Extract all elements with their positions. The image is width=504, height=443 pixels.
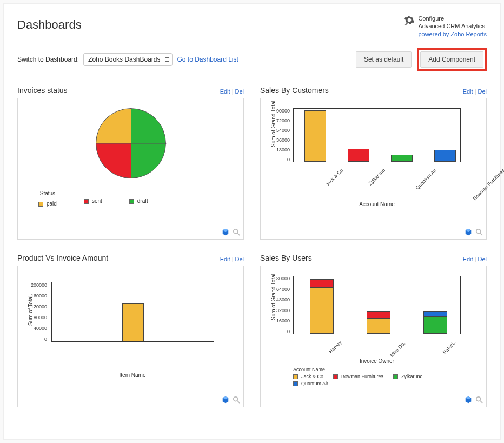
del-link[interactable]: Del [235,256,244,262]
zoom-icon[interactable] [233,396,240,404]
legend-item: Jack & Co [293,374,323,379]
x-cat: Mike Do.. [389,340,407,358]
cube-icon[interactable] [465,396,472,404]
x-cat: Jack & Co [324,168,344,187]
plot-area [293,108,461,162]
card-title: Product Vs Invoice Amount [17,254,108,262]
pie-chart [96,108,166,178]
x-cat: Patrici.. [442,340,457,355]
cube-icon[interactable] [222,228,229,236]
chart-invoices-status: Status paid sent draft [17,98,244,240]
zoom-icon[interactable] [475,396,483,404]
card-title: Sales By Users [260,254,312,262]
cube-icon[interactable] [465,228,472,236]
x-cat: Harvey [328,340,342,354]
card-product-invoice: Product Vs Invoice Amount Edit|Del Sum o… [17,254,244,407]
bar-2-seg2 [367,311,390,319]
bar-3-seg1 [423,316,447,334]
legend-title: Status [38,190,57,196]
y-ticks: 90000 72000 54000 36000 18000 0 [274,108,292,162]
legend: Account Name Jack & Co Bowman Furnitures… [293,367,472,386]
bar-1-seg2 [310,279,334,288]
chart-sales-customers: Sum of Grand Total 90000 72000 54000 360… [260,98,487,240]
zoom-icon[interactable] [233,228,240,236]
y-ticks: 80000 64000 48000 32000 16000 0 [274,276,292,334]
zoom-icon[interactable] [475,228,483,236]
configure-block[interactable]: Configure Advanced CRM Analytics powered… [404,15,487,38]
card-sales-customers: Sales By Customers Edit|Del Sum of Grand… [260,86,487,240]
bar-1-seg1 [310,288,334,334]
bar-3-seg2 [423,311,447,317]
x-cat: Quantum Air [415,168,437,190]
legend-item-paid: paid [38,201,57,207]
x-axis-label: Item Name [51,372,214,378]
add-component-highlight: Add Component [417,48,487,71]
bar-1 [122,303,144,341]
legend-item: Zylkar Inc [393,374,422,379]
configure-icon [404,15,415,25]
chart-sales-users: Sum of Grand Total 80000 64000 48000 320… [260,266,487,407]
edit-link[interactable]: Edit [463,256,473,262]
chart-product-invoice: Sum of Total 200000 160000 120000 80000 … [17,266,244,407]
x-cat: Bowman Furnitures [472,168,504,201]
legend-item: Quantum Air [293,381,328,386]
dashboard-select[interactable]: Zoho Books DashBoards [83,53,173,66]
page: Dashboards Configure Advanced CRM Analyt… [3,3,501,440]
card-title: Invoices status [17,86,68,95]
set-default-button[interactable]: Set as default [356,51,412,68]
edit-link[interactable]: Edit [220,256,230,262]
bar-2-seg1 [367,318,390,334]
svg-point-0 [234,229,238,234]
card-sales-users: Sales By Users Edit|Del Sum of Grand Tot… [260,254,487,407]
x-axis-label: Invoice Owner [293,358,461,364]
del-link[interactable]: Del [235,88,244,95]
configure-line1: Configure [418,15,487,22]
svg-line-5 [237,401,240,403]
bar-4 [434,150,456,162]
dashboard-list-link[interactable]: Go to Dashboard List [177,56,238,63]
page-title: Dashboards [17,18,82,32]
x-axis-label: Account Name [293,201,461,207]
svg-line-1 [237,233,240,235]
svg-point-2 [476,229,481,234]
legend-item: Bowman Furnitures [333,374,383,379]
x-cat: Zylkar Inc [367,168,386,187]
configure-line2: Advanced CRM Analytics [418,22,487,30]
edit-link[interactable]: Edit [463,88,473,95]
edit-link[interactable]: Edit [220,88,230,95]
cube-icon[interactable] [222,396,229,404]
svg-point-6 [476,397,481,401]
legend-title: Account Name [293,367,472,372]
del-link[interactable]: Del [478,88,487,95]
svg-line-3 [480,233,482,235]
y-ticks: 200000 160000 120000 80000 40000 0 [31,282,49,342]
bar-2 [348,149,369,162]
card-title: Sales By Customers [260,86,329,95]
legend-item-sent: sent [84,198,102,204]
svg-line-7 [480,401,482,403]
card-invoices-status: Invoices status Edit|Del Status paid sen… [17,86,244,240]
bar-3 [391,155,413,162]
legend-item-draft: draft [129,198,148,204]
del-link[interactable]: Del [478,256,487,262]
plot-area [51,282,214,342]
add-component-button[interactable]: Add Component [420,51,483,68]
bar-1 [304,110,326,162]
powered-link[interactable]: powered by Zoho Reports [418,31,487,37]
plot-area [293,276,461,334]
svg-point-4 [234,397,238,401]
switch-label: Switch to Dashboard: [17,56,79,63]
